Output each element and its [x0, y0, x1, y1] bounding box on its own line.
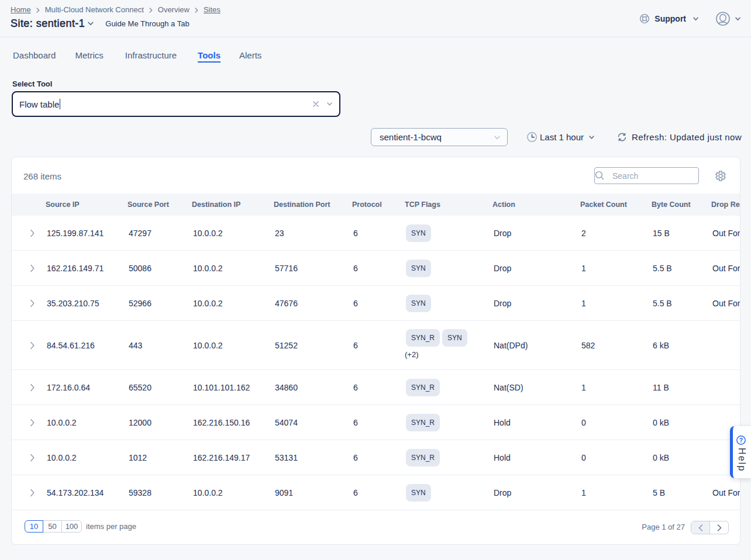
svg-text:?: ? — [739, 437, 743, 444]
